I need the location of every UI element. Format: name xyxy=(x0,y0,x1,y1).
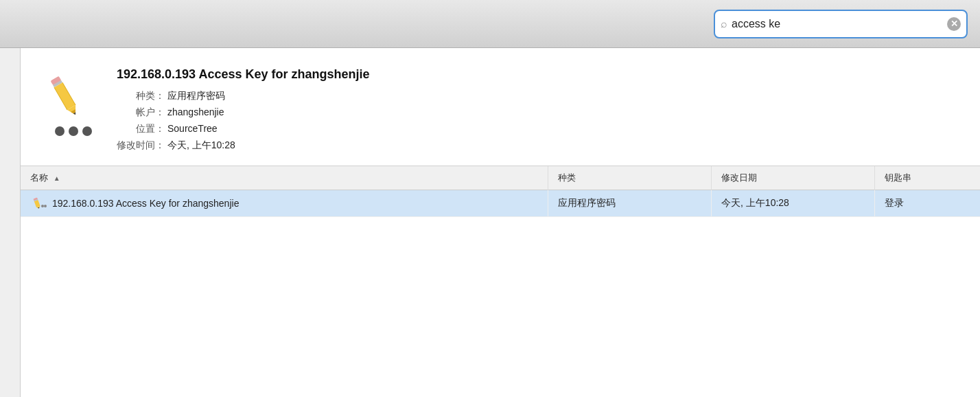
item-icon xyxy=(41,73,96,128)
row-name-text: 192.168.0.193 Access Key for zhangshenji… xyxy=(52,198,239,209)
clear-button[interactable]: ✕ xyxy=(947,17,961,31)
detail-row-0: 种类： 应用程序密码 xyxy=(117,90,959,102)
svg-rect-10 xyxy=(34,200,40,207)
main-content: 192.168.0.193 Access Key for zhangshenji… xyxy=(0,48,980,397)
td-date: 今天, 上午10:28 xyxy=(712,190,875,217)
detail-label-3: 修改时间： xyxy=(117,139,165,152)
sort-arrow-icon: ▲ xyxy=(54,174,60,182)
search-input[interactable] xyxy=(732,18,943,30)
detail-value-3: 今天, 上午10:28 xyxy=(167,139,235,152)
search-box: ⌕ ✕ xyxy=(714,10,968,38)
dot-1 xyxy=(55,126,65,136)
toolbar: ⌕ ✕ xyxy=(0,0,980,48)
detail-value-2: SourceTree xyxy=(167,123,218,134)
table-row[interactable]: 192.168.0.193 Access Key for zhangshenji… xyxy=(21,190,980,217)
search-icon: ⌕ xyxy=(721,18,727,30)
detail-value-1: zhangshenjie xyxy=(167,106,224,117)
col-header-date[interactable]: 修改日期 xyxy=(712,166,875,190)
table-area: 名称 ▲ 种类 修改日期 钥匙串 xyxy=(21,166,980,397)
col-header-keychain[interactable]: 钥匙串 xyxy=(874,166,980,190)
td-type: 应用程序密码 xyxy=(548,190,712,217)
sidebar xyxy=(0,48,21,397)
detail-value-0: 应用程序密码 xyxy=(167,90,225,102)
detail-label-1: 帐户： xyxy=(117,106,165,119)
row-pencil-icon xyxy=(30,197,47,209)
col-header-type[interactable]: 种类 xyxy=(548,166,712,190)
td-name: 192.168.0.193 Access Key for zhangshenji… xyxy=(21,190,548,217)
detail-panel: 192.168.0.193 Access Key for zhangshenji… xyxy=(21,48,980,166)
svg-point-14 xyxy=(44,205,47,207)
dot-2 xyxy=(69,126,78,136)
detail-label-2: 位置： xyxy=(117,123,165,135)
detail-row-1: 帐户： zhangshenjie xyxy=(117,106,959,119)
table-header-row: 名称 ▲ 种类 修改日期 钥匙串 xyxy=(21,166,980,190)
svg-point-13 xyxy=(41,205,44,207)
detail-row-3: 修改时间： 今天, 上午10:28 xyxy=(117,139,959,152)
dots-row xyxy=(41,126,96,136)
results-table: 名称 ▲ 种类 修改日期 钥匙串 xyxy=(21,166,980,217)
detail-label-0: 种类： xyxy=(117,90,165,102)
col-header-name[interactable]: 名称 ▲ xyxy=(21,166,548,190)
detail-row-2: 位置： SourceTree xyxy=(117,123,959,135)
content-area: 192.168.0.193 Access Key for zhangshenji… xyxy=(21,48,980,397)
dot-3 xyxy=(82,126,92,136)
detail-info: 192.168.0.193 Access Key for zhangshenji… xyxy=(117,67,959,152)
pencil-icon xyxy=(41,73,89,121)
detail-title: 192.168.0.193 Access Key for zhangshenji… xyxy=(117,67,959,82)
td-keychain: 登录 xyxy=(874,190,980,217)
